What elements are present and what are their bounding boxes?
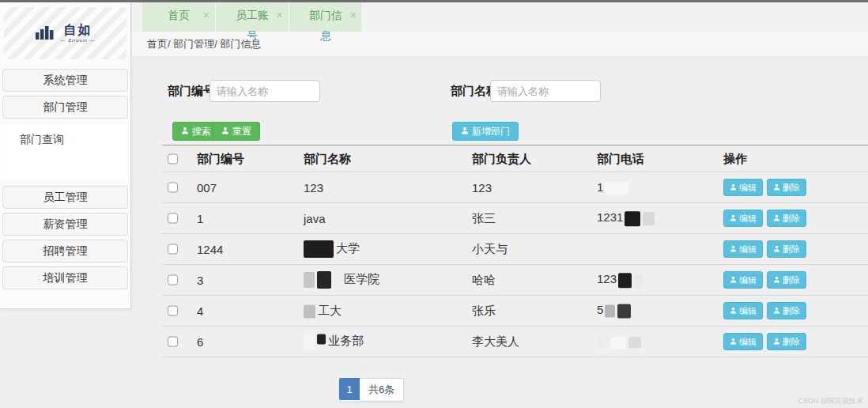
redaction-box xyxy=(304,240,334,258)
user-icon xyxy=(730,183,737,192)
cell-text: 大学 xyxy=(336,241,360,255)
close-icon[interactable]: × xyxy=(350,9,357,21)
dept-id-input[interactable] xyxy=(209,80,320,102)
header-actions: 操作 xyxy=(723,151,747,166)
redaction-box xyxy=(605,305,615,318)
logo-subtitle: — Ziroom — xyxy=(60,38,95,43)
delete-button-label: 删除 xyxy=(783,213,800,225)
cell-actions: 编辑 删除 xyxy=(723,333,806,350)
cell-phone: 1231 xyxy=(597,210,657,226)
redaction-box xyxy=(304,272,315,288)
close-icon[interactable]: × xyxy=(277,9,283,21)
row-checkbox[interactable] xyxy=(168,183,178,193)
user-icon xyxy=(773,183,780,192)
edit-button[interactable]: 编辑 xyxy=(723,179,763,196)
edit-button-label: 编辑 xyxy=(739,305,757,317)
sidebar-item[interactable]: 部门管理 xyxy=(2,96,128,119)
sidebar-item[interactable]: 系统管理 xyxy=(2,69,128,92)
sidebar-item[interactable]: 员工管理 xyxy=(2,186,128,209)
cell-actions: 编辑 删除 xyxy=(723,302,806,319)
table-row: 3 医学院 哈哈 123 编辑 删除 xyxy=(162,265,868,296)
delete-button[interactable]: 删除 xyxy=(767,302,806,319)
cell-manager: 小天与 xyxy=(472,242,508,257)
redaction-box xyxy=(625,211,640,226)
pagination: 1 共6条 xyxy=(339,378,404,402)
department-table: 部门编号 部门名称 部门负责人 部门电话 操作 007 123 123 1 编辑… xyxy=(162,145,868,357)
user-icon xyxy=(730,306,737,315)
edit-button-label: 编辑 xyxy=(739,213,757,225)
table-row: 1244 大学 小天与 编辑 删除 xyxy=(162,234,868,265)
user-icon xyxy=(773,275,780,285)
select-all-checkbox[interactable] xyxy=(168,153,178,164)
delete-button[interactable]: 删除 xyxy=(767,179,806,196)
logo: 自如 — Ziroom — xyxy=(4,7,126,59)
redaction-box xyxy=(643,212,655,225)
sidebar: 自如 — Ziroom — 系统管理 部门管理 部门查询 员工管理 薪资管理 招… xyxy=(0,2,131,309)
sidebar-item[interactable]: 薪资管理 xyxy=(2,213,128,236)
cell-phone xyxy=(597,334,643,349)
cell-dept-id: 6 xyxy=(197,335,203,349)
cell-actions: 编辑 删除 xyxy=(723,179,806,196)
cell-text: 5 xyxy=(597,303,603,316)
cell-text: java xyxy=(304,212,326,225)
delete-button[interactable]: 删除 xyxy=(767,333,806,350)
dept-name-input[interactable] xyxy=(490,80,601,102)
redaction-box xyxy=(617,304,631,319)
table-header-row: 部门编号 部门名称 部门负责人 部门电话 操作 xyxy=(162,145,868,172)
delete-button[interactable]: 删除 xyxy=(767,240,806,258)
delete-button-label: 删除 xyxy=(783,274,800,286)
user-icon xyxy=(181,126,189,137)
user-icon xyxy=(730,213,737,223)
edit-button[interactable]: 编辑 xyxy=(723,271,763,289)
edit-button[interactable]: 编辑 xyxy=(723,302,763,319)
cell-manager: 123 xyxy=(472,181,492,195)
tab[interactable]: 部门信 息 × xyxy=(289,2,363,32)
add-department-button[interactable]: 新增部门 xyxy=(452,122,519,141)
edit-button-label: 编辑 xyxy=(739,336,757,348)
cell-phone: 5 xyxy=(597,303,633,318)
sidebar-item-label: 薪资管理 xyxy=(43,217,88,230)
page-number-button[interactable]: 1 xyxy=(339,378,360,400)
sidebar-item-label: 员工管理 xyxy=(43,191,88,203)
edit-button[interactable]: 编辑 xyxy=(723,210,763,227)
row-checkbox[interactable] xyxy=(168,213,178,224)
cell-text: 1231 xyxy=(597,210,623,224)
row-checkbox[interactable] xyxy=(168,275,178,285)
user-icon xyxy=(773,337,780,346)
cell-text: 业务部 xyxy=(328,334,364,347)
sidebar-subitem[interactable]: 部门查询 xyxy=(20,133,130,147)
user-icon xyxy=(461,126,469,137)
header-manager: 部门负责人 xyxy=(472,151,531,166)
edit-button[interactable]: 编辑 xyxy=(723,333,763,350)
redaction-box xyxy=(304,304,315,318)
row-checkbox[interactable] xyxy=(168,244,178,255)
search-button-label: 搜索 xyxy=(192,125,211,138)
delete-button[interactable]: 删除 xyxy=(767,210,806,227)
row-checkbox[interactable] xyxy=(168,337,178,347)
delete-button-label: 删除 xyxy=(783,244,800,255)
redaction-box xyxy=(605,182,628,195)
user-icon xyxy=(221,126,229,137)
close-icon[interactable]: × xyxy=(203,9,209,21)
sidebar-item-label: 招聘管理 xyxy=(43,244,88,257)
row-checkbox[interactable] xyxy=(168,306,178,316)
cell-dept-name: java xyxy=(304,212,327,225)
edit-button-label: 编辑 xyxy=(739,244,757,255)
tab[interactable]: 首页 × xyxy=(142,2,216,32)
edit-button[interactable]: 编辑 xyxy=(723,240,763,258)
cell-manager: 张乐 xyxy=(472,304,496,319)
page: 自如 — Ziroom — 系统管理 部门管理 部门查询 员工管理 薪资管理 招… xyxy=(0,0,868,408)
tab[interactable]: 员工账 号 × xyxy=(216,2,289,32)
sidebar-item[interactable]: 招聘管理 xyxy=(2,240,128,263)
header-dept-name: 部门名称 xyxy=(304,151,351,166)
pagination-total: 共6条 xyxy=(360,378,404,402)
redaction-box xyxy=(304,335,315,349)
watermark: CSDN @阿莫说技术 xyxy=(798,396,863,406)
tab-label-line2: 号 xyxy=(216,30,289,42)
cell-actions: 编辑 删除 xyxy=(723,240,806,258)
reset-button[interactable]: 重置 xyxy=(213,122,260,141)
sidebar-item[interactable]: 培训管理 xyxy=(2,266,128,289)
tab-strip: 首页 × 员工账 号 × 部门信 息 × xyxy=(132,2,868,32)
delete-button[interactable]: 删除 xyxy=(767,271,806,289)
cell-dept-id: 1244 xyxy=(197,243,223,256)
